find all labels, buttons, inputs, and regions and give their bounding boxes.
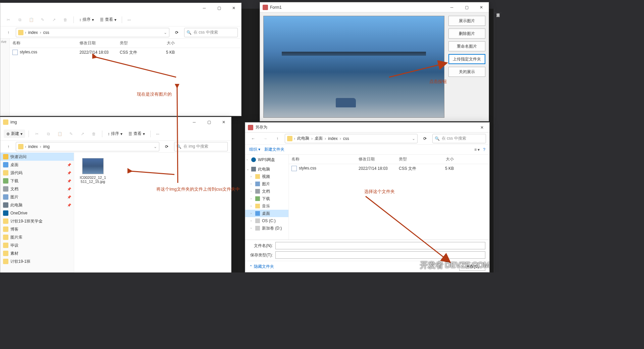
view-toggle-icon[interactable]: ≡ ▾ — [474, 147, 480, 152]
nav-downloads[interactable]: 下载📌 — [0, 177, 74, 185]
col-type[interactable]: 类型 — [117, 40, 151, 46]
address-bar[interactable]: › index › css ⌄ — [16, 28, 169, 37]
close-button[interactable]: ✕ — [226, 3, 241, 13]
nav-piclib[interactable]: 图片库 — [0, 233, 74, 241]
new-folder-button[interactable]: 新建文件夹 — [264, 147, 284, 152]
file-row[interactable]: styles.css 2022/7/14 18:03 CSS 文件 5 KB — [289, 164, 489, 173]
search-input[interactable]: 🔍 在 img 中搜索 — [174, 142, 228, 151]
col-name[interactable]: 名称 — [289, 156, 356, 162]
savetype-select[interactable] — [275, 251, 485, 259]
more-button[interactable]: ··· — [154, 132, 161, 136]
solution-explorer-tab[interactable]: 解决方案资源管理器 — [494, 9, 501, 13]
share-icon[interactable]: ↗ — [49, 15, 59, 24]
delete-icon[interactable]: 🗑 — [61, 15, 70, 24]
breadcrumb[interactable]: index — [327, 136, 338, 141]
tree-music[interactable]: ›音乐 — [245, 202, 288, 210]
forward-button[interactable]: → — [261, 134, 270, 143]
view-button[interactable]: ☰ 查看 ▾ — [126, 131, 147, 137]
rename-icon[interactable]: ✎ — [66, 129, 76, 139]
cut-icon[interactable]: ✂ — [32, 129, 42, 139]
nav-documents[interactable]: 文档📌 — [0, 185, 74, 193]
close-button[interactable]: ✕ — [475, 122, 489, 133]
copy-icon[interactable]: ⧉ — [15, 15, 24, 24]
breadcrumb[interactable]: img — [43, 144, 50, 149]
filename-input[interactable] — [275, 242, 485, 249]
back-button[interactable]: ↑ — [4, 28, 13, 37]
col-name[interactable]: 名称 — [10, 40, 77, 46]
nav-quick-access[interactable]: 快速访问 — [0, 153, 74, 161]
tree-videos[interactable]: ›视频 — [245, 173, 288, 180]
paste-icon[interactable]: 📋 — [55, 129, 64, 139]
minimize-button[interactable]: ─ — [444, 2, 459, 12]
file-row[interactable]: styles.css 2022/7/14 18:03 CSS 文件 5 KB — [10, 48, 241, 57]
breadcrumb[interactable]: css — [342, 136, 350, 141]
tree-downloads[interactable]: ›下载 — [245, 195, 288, 202]
minimize-button[interactable]: ─ — [197, 3, 212, 13]
col-size[interactable]: 大小 — [430, 156, 457, 162]
maximize-button[interactable]: ▢ — [459, 2, 474, 12]
nav-thesis[interactable]: 毕设 — [0, 241, 74, 249]
nav-material[interactable]: 素材 — [0, 249, 74, 257]
refresh-button[interactable]: ⟳ — [420, 134, 430, 143]
help-icon[interactable]: ? — [483, 147, 485, 152]
delete-icon[interactable]: 🗑 — [89, 129, 99, 139]
maximize-button[interactable]: ▢ — [202, 117, 216, 127]
rename-icon[interactable]: ✎ — [38, 15, 47, 24]
copy-icon[interactable]: ⧉ — [44, 129, 53, 139]
more-button[interactable]: ··· — [125, 17, 133, 22]
tree-desktop[interactable]: ›桌面 — [245, 210, 288, 217]
col-date[interactable]: 修改日期 — [356, 156, 396, 162]
breadcrumb[interactable]: 此电脑 — [297, 136, 310, 141]
up-button[interactable]: ↑ — [4, 142, 13, 151]
maximize-button[interactable]: ▢ — [212, 3, 226, 13]
nav-desktop[interactable]: 桌面📌 — [0, 161, 74, 169]
nav-onedrive[interactable]: OneDrive — [0, 209, 74, 217]
paste-icon[interactable]: 📋 — [26, 15, 36, 24]
back-button[interactable]: ← — [249, 134, 258, 143]
chevron-down-icon[interactable]: ⌄ — [164, 30, 167, 35]
nav-class2[interactable]: 计软19-1班 — [0, 257, 74, 265]
address-bar[interactable]: › 此电脑 › 桌面 › index › css ⌄ — [285, 134, 418, 143]
tree-documents[interactable]: ›文档 — [245, 188, 288, 195]
nav-blog[interactable]: 博客 — [0, 225, 74, 233]
hide-folders-toggle[interactable]: ⌃隐藏文件夹 — [249, 264, 274, 269]
rename-image-button[interactable]: 重命名图片 — [448, 41, 485, 51]
chevron-down-icon[interactable]: ⌄ — [412, 136, 415, 141]
sort-button[interactable]: ↕ 排序 ▾ — [77, 17, 96, 22]
tree-pictures[interactable]: ›图片 — [245, 180, 288, 188]
delete-image-button[interactable]: 删除图片 — [448, 29, 485, 39]
organize-button[interactable]: 组织 ▾ — [249, 147, 260, 152]
refresh-button[interactable]: ⟳ — [172, 28, 181, 37]
address-bar[interactable]: › index › img ⌄ — [16, 142, 159, 151]
breadcrumb[interactable]: index — [28, 30, 39, 35]
nav-pictures[interactable]: 图片📌 — [0, 193, 74, 201]
show-image-button[interactable]: 展示图片 — [448, 16, 485, 26]
col-date[interactable]: 修改日期 — [77, 40, 117, 46]
breadcrumb[interactable]: index — [28, 144, 39, 149]
upload-folder-button[interactable]: 上传指定文件夹 — [448, 54, 485, 64]
nav-source[interactable]: 源代码📌 — [0, 169, 74, 177]
sort-button[interactable]: ↕ 排序 ▾ — [106, 131, 124, 137]
share-icon[interactable]: ↗ — [78, 129, 87, 139]
minimize-button[interactable]: ─ — [187, 117, 202, 127]
tree-drived[interactable]: ›新加卷 (D:) — [245, 225, 288, 232]
tree-thispc[interactable]: ⌄此电脑 — [245, 165, 288, 173]
nav-thispc[interactable]: 此电脑📌 — [0, 201, 74, 209]
up-button[interactable]: ↑ — [273, 134, 282, 143]
close-display-button[interactable]: 关闭展示 — [448, 67, 485, 77]
image-file-item[interactable]: IC002022_12_1511_12_15.jpg — [79, 158, 106, 184]
refresh-button[interactable]: ⟳ — [162, 142, 171, 151]
close-button[interactable]: ✕ — [216, 117, 231, 127]
new-button[interactable]: ⊕ 新建 ▾ — [4, 130, 25, 138]
col-size[interactable]: 大小 — [151, 40, 177, 46]
col-type[interactable]: 类型 — [396, 156, 430, 162]
chevron-down-icon[interactable]: ⌄ — [154, 144, 157, 149]
search-input[interactable]: 🔍 在 css 中搜索 — [432, 134, 486, 143]
breadcrumb[interactable]: css — [43, 30, 50, 35]
nav-class[interactable]: 计软19-1班奖学金 — [0, 217, 74, 225]
breadcrumb[interactable]: 桌面 — [314, 136, 323, 141]
view-button[interactable]: ☰ 查看 ▾ — [98, 17, 118, 22]
tree-osc[interactable]: ›OS (C:) — [245, 217, 288, 225]
cut-icon[interactable]: ✂ — [4, 15, 13, 24]
tree-wps[interactable]: ›WPS网盘 — [245, 156, 288, 163]
